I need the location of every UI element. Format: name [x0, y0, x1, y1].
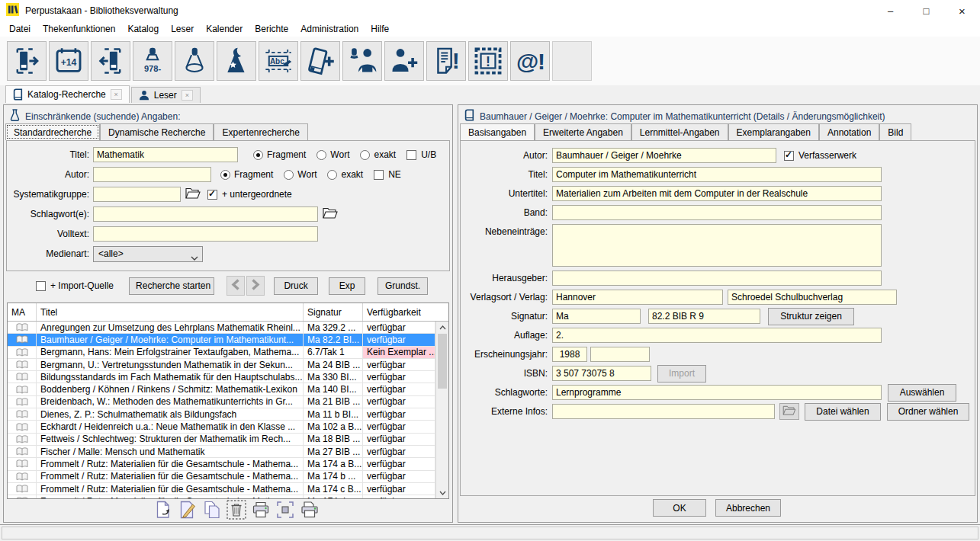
autor-mode-fragment-radio[interactable]: Fragment: [220, 169, 273, 180]
titel-mode-fragment-radio[interactable]: Fragment: [253, 149, 306, 160]
struktur-zeigen-button[interactable]: Struktur zeigen: [768, 308, 854, 325]
datei-waehlen-button[interactable]: Datei wählen: [805, 403, 881, 421]
ne-option[interactable]: NE: [374, 169, 401, 180]
detail-tab-exemplarangaben[interactable]: Exemplarangaben: [728, 123, 819, 140]
verlagsort-input[interactable]: [552, 290, 723, 305]
band-input[interactable]: [552, 205, 882, 220]
result-row[interactable]: Anregungen zur Umsetzung des Lehrplans M…: [8, 322, 435, 334]
untergeordnete-checkbox[interactable]: [207, 190, 217, 200]
untertitel-input[interactable]: [552, 186, 882, 201]
selection-frame-button[interactable]: [275, 500, 295, 520]
titel-mode-wort-radio[interactable]: Wort: [316, 149, 349, 160]
auswaehlen-button[interactable]: Auswählen: [888, 384, 956, 402]
blank-button[interactable]: [552, 41, 592, 81]
verlag-input[interactable]: [728, 290, 897, 305]
tab-close-icon[interactable]: ×: [111, 89, 122, 100]
menu-leser[interactable]: Leser: [165, 21, 200, 37]
erscheinungsjahr-input-1[interactable]: [552, 347, 587, 362]
tab-katalog-recherche[interactable]: Katalog-Recherche ×: [5, 85, 130, 103]
scroll-down-icon[interactable]: [436, 487, 448, 498]
maximize-button[interactable]: □: [908, 0, 944, 21]
detail-tab-annotation[interactable]: Annotation: [819, 123, 879, 140]
isbn-input[interactable]: [552, 366, 651, 381]
result-row[interactable]: Baumhauer / Geiger / Moehrke: Computer i…: [8, 334, 435, 346]
detail-tab-lernmittel-angaben[interactable]: Lernmittel-Angaben: [631, 123, 728, 140]
result-row[interactable]: Frommelt / Rutz: Materialien für die Ges…: [8, 471, 435, 483]
result-row[interactable]: Frommelt / Rutz: Materialien für die Ges…: [8, 458, 435, 470]
menu-thekenfunktionen[interactable]: Thekenfunktionen: [37, 21, 121, 37]
autor-input[interactable]: [93, 167, 211, 182]
tab-leser[interactable]: Leser ×: [131, 87, 201, 103]
add-media-button[interactable]: [300, 41, 340, 81]
autor-mode-wort-radio[interactable]: Wort: [284, 169, 316, 180]
edit-record-button[interactable]: [178, 500, 198, 520]
subtab-standardrecherche[interactable]: Standardrecherche: [5, 123, 100, 140]
abbrechen-button[interactable]: Abbrechen: [715, 499, 781, 517]
untergeordnete-option[interactable]: + untergeordnete: [207, 189, 292, 200]
schlagworte-detail-input[interactable]: [552, 385, 882, 400]
subtab-dynamische-recherche[interactable]: Dynamische Recherche: [100, 123, 214, 140]
overdue-email-button[interactable]: @!: [510, 41, 550, 81]
externe-infos-input[interactable]: [552, 404, 775, 419]
result-row[interactable]: Frommelt / Rutz: Materialien für die Ges…: [8, 495, 435, 498]
detail-tab-bild[interactable]: Bild: [879, 123, 911, 140]
column-header-signatur[interactable]: Signatur: [304, 303, 363, 321]
result-row[interactable]: Frommelt / Rutz: Materialien für die Ges…: [8, 483, 435, 495]
herausgeber-input[interactable]: [552, 270, 882, 286]
auflage-input[interactable]: [552, 328, 882, 343]
menu-administration[interactable]: Administration: [294, 21, 365, 37]
menu-kalender[interactable]: Kalender: [200, 21, 249, 37]
druck-button[interactable]: Druck: [274, 277, 318, 295]
autor-mode-exakt-radio[interactable]: exakt: [327, 169, 363, 180]
media-checkout-button[interactable]: [7, 41, 47, 81]
exp-button[interactable]: Exp: [329, 277, 365, 295]
titel-input[interactable]: [93, 147, 238, 162]
result-row[interactable]: Fischer / Malle: Mensch und MathematikMa…: [8, 446, 435, 458]
delete-record-button[interactable]: [227, 500, 246, 520]
ub-option[interactable]: U/B: [406, 149, 436, 160]
subtab-expertenrecherche[interactable]: Expertenrecherche: [214, 123, 307, 140]
result-row[interactable]: Bergmann, Hans: Mein Erfolgstrainer Text…: [8, 347, 435, 359]
tab-close-icon[interactable]: ×: [182, 90, 193, 101]
column-header-titel[interactable]: Titel: [37, 303, 304, 321]
menu-datei[interactable]: Datei: [3, 21, 37, 37]
detail-tab-basisangaben[interactable]: Basisangaben: [460, 123, 535, 140]
ok-button[interactable]: OK: [653, 499, 706, 517]
verfasserwerk-checkbox[interactable]: [784, 151, 794, 161]
add-reader-button[interactable]: [384, 41, 424, 81]
schlagworte-folder-button[interactable]: [323, 207, 338, 221]
results-scrollbar[interactable]: [435, 322, 448, 498]
systematikgruppe-folder-button[interactable]: [185, 187, 201, 201]
isbn-scanner-button[interactable]: 978-: [133, 41, 172, 81]
scroll-up-icon[interactable]: [436, 322, 448, 333]
column-header-ma[interactable]: MA: [8, 303, 37, 321]
result-row[interactable]: Boddenberg / Köhnen / Rinkens / Schmitz:…: [8, 383, 435, 395]
titel-mode-exakt-radio[interactable]: exakt: [360, 149, 396, 160]
erscheinungsjahr-input-2[interactable]: [590, 347, 650, 362]
schlagworte-input[interactable]: [93, 206, 318, 222]
media-return-button[interactable]: [91, 41, 130, 81]
result-row[interactable]: Eckhardt / Heidenreich u.a.: Neue Mathem…: [8, 421, 435, 433]
ne-checkbox[interactable]: [374, 170, 384, 180]
nebeneintraege-textarea[interactable]: [552, 224, 882, 267]
next-result-button[interactable]: [246, 276, 265, 296]
text-edit-button[interactable]: Abc: [259, 41, 298, 81]
externe-infos-folder-button[interactable]: [779, 403, 799, 420]
menu-berichte[interactable]: Berichte: [249, 21, 294, 37]
result-row[interactable]: Fettweis / Schlechtweg: Strukturen der M…: [8, 434, 435, 446]
minimize-button[interactable]: –: [872, 0, 908, 21]
overdue-stamp-button[interactable]: !: [468, 41, 508, 81]
menu-hilfe[interactable]: Hilfe: [365, 21, 395, 37]
print-list-button[interactable]: [300, 500, 320, 520]
ordner-waehlen-button[interactable]: Ordner wählen: [887, 403, 969, 421]
grundst-button[interactable]: Grundst.: [378, 277, 428, 295]
medienart-select[interactable]: <alle>: [93, 246, 203, 262]
recherche-starten-button[interactable]: Recherche starten: [129, 277, 214, 295]
scanner-funnel-button[interactable]: [175, 41, 214, 81]
reader-scanner-button[interactable]: [342, 41, 382, 81]
new-record-button[interactable]: [153, 500, 173, 520]
result-row[interactable]: Dienes, Z. P.: Schulmathematik als Bildu…: [8, 408, 435, 421]
import-button[interactable]: Import: [657, 365, 706, 383]
copy-record-button[interactable]: [202, 500, 222, 520]
extend-loan-button[interactable]: +14: [49, 41, 88, 81]
